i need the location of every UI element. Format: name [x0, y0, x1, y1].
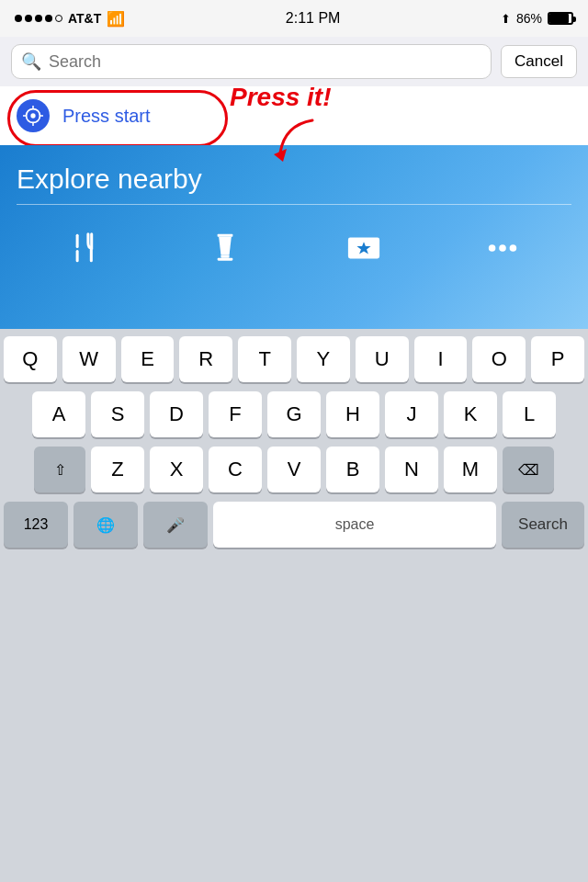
key-l[interactable]: L — [503, 391, 556, 437]
search-action-key[interactable]: Search — [502, 502, 584, 548]
key-b[interactable]: B — [326, 447, 379, 492]
svg-rect-11 — [217, 234, 232, 237]
explore-food-button[interactable] — [17, 221, 155, 275]
key-z[interactable]: Z — [91, 447, 144, 492]
wifi-icon: 📶 — [107, 10, 125, 28]
key-f[interactable]: F — [209, 391, 262, 437]
svg-point-3 — [30, 113, 35, 118]
carrier-label: AT&T — [68, 11, 101, 26]
press-start-row[interactable]: Press start — [0, 86, 588, 145]
key-c[interactable]: C — [209, 447, 262, 492]
key-x[interactable]: X — [150, 447, 203, 492]
key-p[interactable]: P — [531, 336, 584, 382]
explore-drink-button[interactable] — [155, 221, 294, 275]
mic-key[interactable]: 🎤 — [143, 502, 208, 548]
space-key[interactable]: space — [213, 502, 496, 548]
signal-icon — [15, 15, 62, 22]
key-m[interactable]: M — [444, 447, 497, 492]
svg-rect-8 — [75, 234, 78, 248]
key-g[interactable]: G — [267, 391, 321, 437]
search-input-wrapper[interactable]: 🔍 — [11, 44, 492, 79]
key-v[interactable]: V — [267, 447, 321, 492]
svg-point-16 — [488, 244, 495, 252]
key-n[interactable]: N — [385, 447, 438, 492]
explore-divider — [17, 204, 571, 205]
clock: 2:11 PM — [286, 10, 341, 27]
key-a[interactable]: A — [32, 391, 85, 437]
svg-rect-12 — [220, 255, 229, 258]
backspace-key[interactable]: ⌫ — [503, 447, 554, 492]
explore-icons — [17, 221, 571, 275]
globe-key[interactable]: 🌐 — [74, 502, 138, 548]
key-h[interactable]: H — [326, 391, 379, 437]
search-bar: 🔍 Cancel — [0, 37, 588, 86]
key-j[interactable]: J — [385, 391, 438, 437]
location-icon: ⬆ — [501, 12, 511, 26]
shift-key[interactable]: ⇧ — [34, 447, 85, 492]
explore-section: Explore nearby — [0, 145, 588, 329]
key-u[interactable]: U — [356, 336, 409, 382]
key-e[interactable]: E — [121, 336, 175, 382]
svg-rect-9 — [75, 250, 78, 262]
key-q[interactable]: Q — [4, 336, 57, 382]
status-right: ⬆ 86% — [501, 11, 573, 26]
status-left: AT&T 📶 — [15, 10, 125, 28]
key-y[interactable]: Y — [297, 336, 350, 382]
battery-icon — [548, 12, 573, 25]
key-r[interactable]: R — [179, 336, 232, 382]
search-input[interactable] — [49, 52, 481, 72]
key-k[interactable]: K — [444, 391, 497, 437]
cancel-button[interactable]: Cancel — [501, 45, 577, 78]
keyboard: Q W E R T Y U I O P A S D F G H J K L ⇧ … — [0, 329, 588, 560]
svg-rect-13 — [217, 258, 232, 261]
key-d[interactable]: D — [150, 391, 203, 437]
key-w[interactable]: W — [62, 336, 116, 382]
explore-entertainment-button[interactable] — [294, 221, 433, 275]
key-s[interactable]: S — [91, 391, 144, 437]
explore-title: Explore nearby — [17, 164, 571, 195]
svg-rect-10 — [89, 248, 92, 262]
keyboard-row-3: ⇧ Z X C V B N M ⌫ — [4, 447, 584, 492]
key-t[interactable]: T — [238, 336, 291, 382]
press-start-container: Press start — [0, 86, 588, 145]
battery-percent: 86% — [516, 11, 542, 26]
press-start-label[interactable]: Press start — [62, 106, 151, 127]
numbers-key[interactable]: 123 — [4, 502, 68, 548]
key-o[interactable]: O — [472, 336, 526, 382]
keyboard-row-2: A S D F G H J K L — [4, 391, 584, 437]
explore-more-button[interactable] — [433, 221, 571, 275]
svg-point-18 — [509, 244, 516, 252]
key-i[interactable]: I — [414, 336, 468, 382]
status-bar: AT&T 📶 2:11 PM ⬆ 86% — [0, 0, 588, 37]
foursquare-icon — [17, 99, 50, 132]
keyboard-row-4: 123 🌐 🎤 space Search — [4, 502, 584, 548]
svg-point-17 — [499, 244, 506, 252]
search-icon: 🔍 — [21, 51, 41, 72]
keyboard-row-1: Q W E R T Y U I O P — [4, 336, 584, 382]
